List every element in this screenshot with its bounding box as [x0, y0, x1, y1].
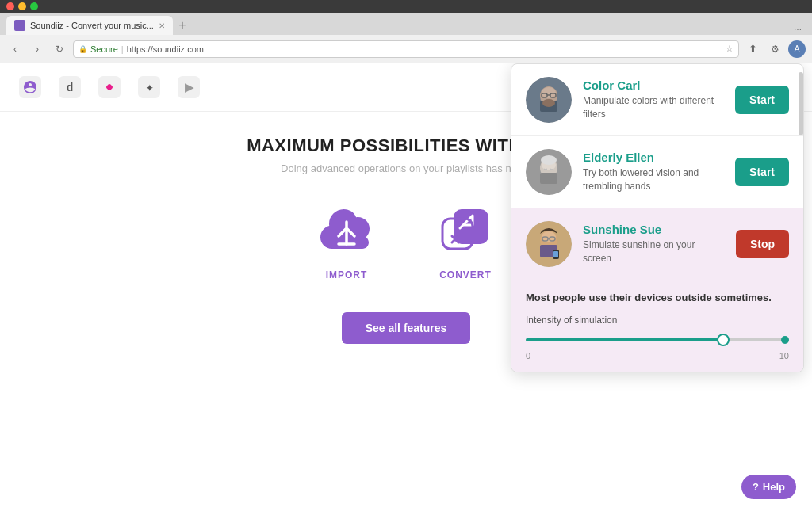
color-carl-avatar [526, 77, 572, 123]
color-carl-desc: Manipulate colors with different filters [583, 94, 724, 121]
page-subtitle: Doing advanced operations on your playli… [281, 162, 531, 174]
persona-color-carl: Color Carl Manipulate colors with differ… [511, 64, 803, 136]
traffic-light-yellow[interactable] [18, 2, 26, 10]
see-all-button[interactable]: See all features [342, 312, 471, 344]
slider-thumb[interactable] [717, 334, 730, 346]
browser-toolbar: ‹ › ↻ 🔒 Secure | https://soundiiz.com ☆ … [0, 35, 812, 63]
sunshine-sue-avatar [526, 221, 572, 267]
browser-tab-active[interactable]: Soundiiz - Convert your music... ✕ [6, 16, 173, 35]
back-button[interactable]: ‹ [6, 40, 24, 58]
service-icon-1[interactable] [16, 73, 44, 101]
lock-icon: 🔒 [79, 45, 87, 53]
extensions-button[interactable]: ⚙ [766, 40, 783, 58]
svg-text:✦: ✦ [146, 83, 153, 93]
sunshine-sue-extra-text: Most people use their devices outside so… [526, 292, 789, 303]
service-icon-2[interactable]: d [56, 73, 84, 101]
svg-rect-31 [553, 251, 558, 258]
address-bar[interactable]: 🔒 Secure | https://soundiiz.com ☆ [73, 40, 739, 58]
elderly-ellen-info: Elderly Ellen Try both lowered vision an… [583, 151, 724, 193]
reload-button[interactable]: ↻ [51, 40, 68, 58]
features-row: IMPORT CONVERT [311, 198, 501, 280]
color-carl-avatar-image [526, 77, 572, 123]
service-icon-5[interactable]: ▶ [174, 73, 203, 101]
profile-icon[interactable]: A [788, 40, 806, 58]
secure-label: Secure [90, 44, 118, 54]
browser-chrome [0, 0, 812, 13]
tab-favicon [14, 20, 25, 31]
color-carl-name: Color Carl [583, 78, 724, 92]
svg-point-17 [542, 99, 555, 107]
color-carl-start-button[interactable]: Start [735, 86, 789, 114]
feature-convert: CONVERT [430, 198, 501, 280]
elderly-ellen-desc: Try both lowered vision and trembling ha… [583, 166, 724, 193]
dropdown-scrollbar[interactable] [799, 64, 803, 372]
scrollbar-thumb[interactable] [799, 72, 803, 135]
sunshine-sue-extra: Most people use their devices outside so… [511, 280, 803, 372]
svg-text:d: d [67, 81, 74, 93]
slider-track [526, 338, 789, 341]
help-button[interactable]: ? Help [741, 475, 796, 499]
sunshine-sue-desc: Simulate sunshine on your screen [583, 238, 725, 265]
new-tab-button[interactable]: + [173, 16, 192, 35]
convert-icon [430, 198, 501, 261]
sunshine-sue-name: Sunshine Sue [583, 223, 725, 236]
slider-max-label: 10 [779, 351, 789, 360]
intensity-slider[interactable] [526, 332, 789, 348]
convert-label: CONVERT [439, 269, 492, 280]
svg-rect-8 [454, 209, 488, 244]
import-cloud-icon [311, 198, 382, 261]
slider-label: Intensity of simulation [526, 315, 789, 326]
slider-fill [526, 338, 723, 341]
help-label: Help [763, 481, 785, 493]
sunshine-sue-avatar-image [526, 221, 572, 267]
page-content: d ✦ ▶ A Apple Music MAXIMUM [0, 63, 812, 515]
slider-values: 0 10 [526, 351, 789, 360]
traffic-light-green[interactable] [30, 2, 38, 10]
service-icon-4[interactable]: ✦ [135, 73, 163, 101]
sunshine-sue-stop-button[interactable]: Stop [736, 230, 789, 258]
svg-point-22 [541, 155, 557, 165]
traffic-light-red[interactable] [6, 2, 14, 10]
persona-sunshine-sue: Sunshine Sue Simulate sunshine on your s… [511, 208, 803, 280]
svg-point-13 [542, 87, 556, 98]
feature-import: IMPORT [311, 198, 382, 280]
tab-close-button[interactable]: ✕ [159, 21, 165, 30]
share-icon[interactable]: ⬆ [744, 40, 761, 58]
svg-text:▶: ▶ [185, 81, 194, 93]
svg-rect-20 [540, 173, 557, 184]
tab-title: Soundiiz - Convert your music... [30, 21, 154, 30]
tab-extras: ⋯ [790, 24, 806, 35]
help-icon: ? [753, 481, 759, 493]
elderly-ellen-avatar [526, 149, 572, 195]
bookmark-icon[interactable]: ☆ [726, 44, 733, 54]
import-label: IMPORT [326, 269, 368, 280]
sunshine-sue-info: Sunshine Sue Simulate sunshine on your s… [583, 223, 725, 265]
slider-end-marker [781, 336, 789, 344]
persona-elderly-ellen: Elderly Ellen Try both lowered vision an… [511, 136, 803, 208]
service-icon-3[interactable] [95, 73, 124, 101]
elderly-ellen-avatar-image [526, 149, 572, 195]
browser-tab-bar: Soundiiz - Convert your music... ✕ + ⋯ [0, 13, 812, 35]
url-display: https://soundiiz.com [127, 44, 204, 54]
elderly-ellen-start-button[interactable]: Start [735, 158, 789, 186]
elderly-ellen-name: Elderly Ellen [583, 151, 724, 164]
extensions-icon: ⋯ [790, 24, 806, 35]
color-carl-info: Color Carl Manipulate colors with differ… [583, 78, 724, 121]
url-separator: | [121, 44, 124, 54]
persona-dropdown: Color Carl Manipulate colors with differ… [511, 63, 804, 372]
slider-min-label: 0 [526, 351, 530, 360]
forward-button[interactable]: › [29, 40, 46, 58]
